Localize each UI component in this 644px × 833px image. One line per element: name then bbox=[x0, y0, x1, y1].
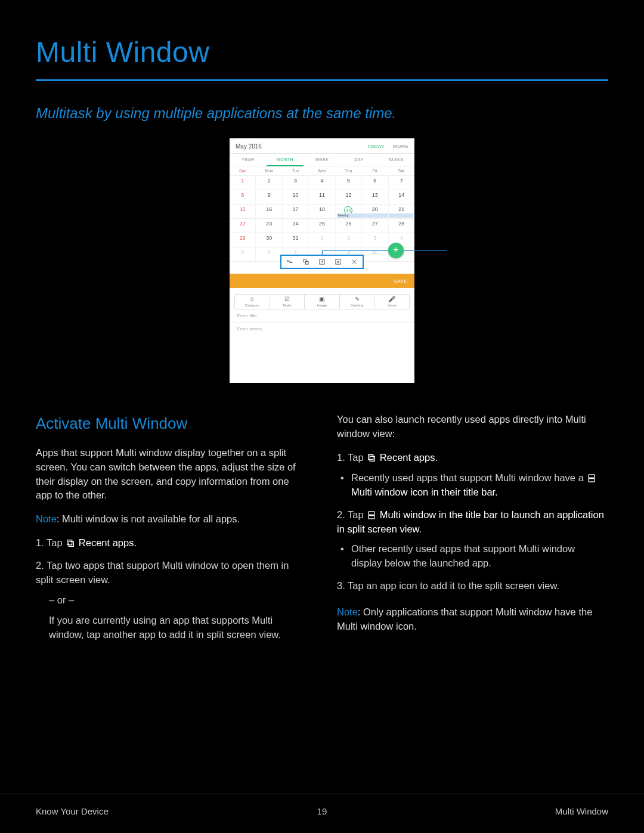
date-cell[interactable]: 9 bbox=[256, 190, 282, 204]
date-cell[interactable]: 4 bbox=[309, 176, 335, 190]
svg-rect-5 bbox=[69, 542, 74, 547]
page-number: 19 bbox=[317, 806, 327, 816]
close-icon[interactable] bbox=[350, 258, 358, 266]
date-cell[interactable]: 24 bbox=[283, 219, 309, 233]
date-cell[interactable]: 25 bbox=[309, 219, 335, 233]
dayname: Mon bbox=[256, 166, 282, 175]
dayname: Sun bbox=[230, 166, 256, 175]
date-cell[interactable]: 5 bbox=[336, 176, 362, 190]
recent-apps-icon bbox=[366, 453, 377, 463]
tool-image[interactable]: ▣Image bbox=[305, 295, 340, 309]
section-heading-activate: Activate Multi Window bbox=[36, 413, 307, 435]
date-cell[interactable]: 21 bbox=[389, 205, 414, 218]
date-cell[interactable]: 29 bbox=[230, 233, 256, 247]
date-cell[interactable]: 27 bbox=[362, 219, 388, 233]
bullet: Other recently used apps that support Mu… bbox=[350, 542, 608, 571]
tool-row: ≡Category ☑Tasks ▣Image ✎Drawing 🎤Voice bbox=[234, 294, 410, 309]
date-cell[interactable]: 17 bbox=[283, 205, 309, 218]
bullet: Recently used apps that support Multi wi… bbox=[350, 471, 608, 500]
swap-icon[interactable] bbox=[286, 258, 294, 266]
step-3-r: 3. Tap an app icon to add it to the spli… bbox=[337, 579, 608, 593]
body-text: Apps that support Multi window display t… bbox=[36, 446, 307, 503]
calendar-month-label: May 2016 bbox=[236, 143, 262, 150]
svg-rect-8 bbox=[589, 475, 595, 478]
tab-tasks[interactable]: TASKS bbox=[377, 154, 414, 166]
date-cell-today[interactable]: 19Meeting bbox=[336, 205, 362, 218]
date-cell[interactable]: 15 bbox=[230, 205, 256, 218]
divider bbox=[36, 79, 608, 81]
step-1: 1. Tap Recent apps. bbox=[36, 536, 307, 550]
date-cell[interactable]: 7 bbox=[389, 176, 414, 190]
date-cell[interactable]: 1 bbox=[309, 233, 335, 247]
body-text: You can also launch recently used apps d… bbox=[337, 413, 608, 441]
subtitle: Multitask by using multiple applications… bbox=[36, 105, 608, 122]
maximize-icon[interactable] bbox=[334, 258, 342, 266]
footer: Know Your Device 19 Multi Window bbox=[0, 794, 644, 833]
dayname: Wed bbox=[309, 166, 335, 175]
tool-voice[interactable]: 🎤Voice bbox=[374, 295, 409, 309]
svg-rect-1 bbox=[305, 261, 308, 264]
date-cell[interactable]: 30 bbox=[256, 233, 282, 247]
tool-category[interactable]: ≡Category bbox=[235, 295, 270, 309]
date-cell[interactable]: 6 bbox=[362, 176, 388, 190]
calendar-tabs: YEAR MONTH WEEK DAY TASKS bbox=[230, 153, 414, 166]
tab-week[interactable]: WEEK bbox=[304, 154, 340, 166]
svg-rect-7 bbox=[370, 456, 375, 461]
drag-content-icon[interactable] bbox=[302, 258, 310, 266]
date-cell[interactable]: 10 bbox=[362, 247, 388, 261]
dayname: Thu bbox=[335, 166, 361, 175]
date-cell[interactable]: 20 bbox=[362, 205, 388, 218]
svg-rect-9 bbox=[589, 478, 595, 481]
note-text: Note: Only applications that support Mul… bbox=[337, 605, 608, 634]
date-cell[interactable]: 2 bbox=[256, 176, 282, 190]
date-cell[interactable]: 2 bbox=[336, 233, 362, 247]
tab-year[interactable]: YEAR bbox=[230, 154, 267, 166]
date-cell[interactable]: 28 bbox=[389, 219, 414, 233]
dayname: Sat bbox=[388, 166, 414, 175]
date-cell[interactable]: 3 bbox=[283, 176, 309, 190]
title-input[interactable]: Enter title bbox=[230, 309, 414, 323]
dayname: Fri bbox=[361, 166, 388, 175]
date-cell[interactable]: 8 bbox=[230, 190, 256, 204]
tool-tasks[interactable]: ☑Tasks bbox=[270, 295, 305, 309]
add-event-fab[interactable]: + bbox=[388, 243, 404, 258]
note-text: Note: Multi window is not available for … bbox=[36, 512, 307, 527]
date-cell[interactable]: 6 bbox=[256, 247, 282, 261]
date-cell[interactable]: 1 bbox=[230, 176, 256, 190]
date-cell[interactable]: 3 bbox=[362, 233, 388, 247]
tab-day[interactable]: DAY bbox=[340, 154, 377, 166]
svg-rect-4 bbox=[67, 540, 72, 545]
date-cell[interactable]: 14 bbox=[389, 190, 414, 204]
memo-input[interactable]: Enter memo bbox=[230, 323, 414, 335]
multiwindow-toolbar bbox=[280, 255, 364, 269]
recent-apps-icon bbox=[65, 538, 76, 549]
calendar-more-button[interactable]: MORE bbox=[393, 144, 408, 149]
date-cell[interactable]: 10 bbox=[283, 190, 309, 204]
tab-month[interactable]: MONTH bbox=[267, 154, 304, 166]
calendar-grid: 1 2 3 4 5 6 7 8 9 10 11 12 13 14 bbox=[230, 176, 414, 262]
calendar-today-button[interactable]: TODAY bbox=[367, 144, 385, 149]
date-cell[interactable]: 12 bbox=[336, 190, 362, 204]
date-cell[interactable]: 23 bbox=[256, 219, 282, 233]
footer-left: Know Your Device bbox=[36, 806, 109, 816]
date-cell[interactable]: 31 bbox=[283, 233, 309, 247]
date-cell[interactable]: 18 bbox=[309, 205, 335, 218]
page-title: Multi Window bbox=[36, 36, 608, 79]
multiwindow-icon bbox=[366, 510, 377, 521]
date-cell[interactable]: 13 bbox=[362, 190, 388, 204]
date-cell[interactable]: 16 bbox=[256, 205, 282, 218]
svg-rect-11 bbox=[369, 515, 374, 518]
save-bar: SAVE bbox=[230, 274, 414, 288]
tool-drawing[interactable]: ✎Drawing bbox=[340, 295, 375, 309]
date-cell[interactable]: 11 bbox=[309, 190, 335, 204]
save-button[interactable]: SAVE bbox=[394, 278, 407, 284]
svg-rect-6 bbox=[369, 455, 373, 460]
date-cell[interactable]: 5 bbox=[230, 247, 256, 261]
date-cell[interactable]: 26 bbox=[336, 219, 362, 233]
step-2: 2. Tap two apps that support Multi windo… bbox=[36, 559, 307, 642]
minimize-icon[interactable] bbox=[318, 258, 326, 266]
device-screenshot: May 2016 TODAY MORE YEAR MONTH WEEK DAY … bbox=[36, 138, 608, 383]
date-cell[interactable]: 22 bbox=[230, 219, 256, 233]
svg-rect-0 bbox=[304, 259, 306, 262]
footer-right: Multi Window bbox=[555, 806, 608, 816]
